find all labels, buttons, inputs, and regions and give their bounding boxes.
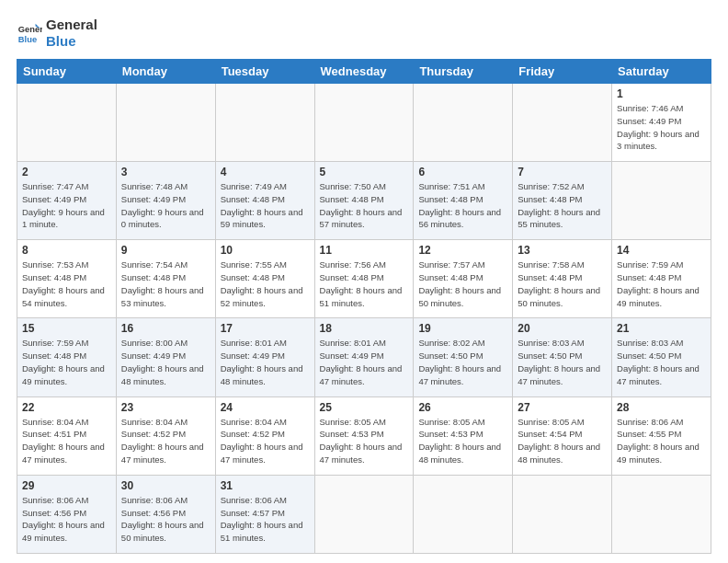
calendar-cell — [513, 84, 612, 162]
calendar-cell: 24 Sunrise: 8:04 AM Sunset: 4:52 PM Dayl… — [215, 396, 314, 475]
sunrise-label: Sunrise: 7:54 AM — [121, 259, 188, 270]
sunset-label: Sunset: 4:49 PM — [121, 350, 186, 361]
day-info: Sunrise: 8:04 AM Sunset: 4:52 PM Dayligh… — [221, 416, 310, 466]
sunset-label: Sunset: 4:52 PM — [221, 429, 285, 439]
day-number: 20 — [518, 322, 607, 335]
day-number: 1 — [617, 87, 706, 100]
header: General Blue General Blue — [17, 17, 711, 50]
day-info: Sunrise: 7:51 AM Sunset: 4:48 PM Dayligh… — [418, 180, 507, 231]
sunrise-label: Sunrise: 8:04 AM — [22, 417, 88, 427]
sunrise-label: Sunrise: 7:49 AM — [221, 181, 287, 191]
day-header-wednesday: Wednesday — [314, 60, 414, 84]
sunrise-label: Sunrise: 8:02 AM — [418, 338, 484, 348]
logo-text: General Blue — [46, 17, 97, 50]
week-row-1: 1 Sunrise: 7:46 AM Sunset: 4:49 PM Dayli… — [17, 84, 711, 162]
daylight-label: Daylight: 8 hours and 48 minutes. — [121, 363, 204, 386]
day-info: Sunrise: 7:54 AM Sunset: 4:48 PM Dayligh… — [121, 259, 210, 309]
logo: General Blue General Blue — [17, 17, 97, 50]
sunset-label: Sunset: 4:48 PM — [22, 350, 86, 361]
day-info: Sunrise: 7:53 AM Sunset: 4:48 PM Dayligh… — [22, 259, 111, 309]
week-row-2: 2 Sunrise: 7:47 AM Sunset: 4:49 PM Dayli… — [17, 162, 711, 240]
sunrise-label: Sunrise: 8:03 AM — [518, 338, 584, 348]
day-info: Sunrise: 8:05 AM Sunset: 4:53 PM Dayligh… — [320, 416, 409, 466]
daylight-label: Daylight: 8 hours and 56 minutes. — [418, 207, 501, 230]
day-info: Sunrise: 8:06 AM Sunset: 4:57 PM Dayligh… — [221, 494, 310, 545]
calendar-cell: 21 Sunrise: 8:03 AM Sunset: 4:50 PM Dayl… — [612, 318, 711, 396]
daylight-label: Daylight: 8 hours and 49 minutes. — [617, 285, 700, 308]
calendar-table: SundayMondayTuesdayWednesdayThursdayFrid… — [17, 59, 711, 554]
sunset-label: Sunset: 4:53 PM — [320, 429, 384, 439]
day-number: 2 — [22, 166, 111, 178]
day-info: Sunrise: 7:52 AM Sunset: 4:48 PM Dayligh… — [518, 180, 607, 231]
daylight-label: Daylight: 8 hours and 47 minutes. — [320, 442, 403, 465]
calendar-cell — [17, 84, 117, 162]
calendar-cell: 30 Sunrise: 8:06 AM Sunset: 4:56 PM Dayl… — [116, 475, 215, 553]
day-header-friday: Friday — [513, 60, 612, 84]
sunset-label: Sunset: 4:48 PM — [320, 272, 384, 282]
day-info: Sunrise: 8:02 AM Sunset: 4:50 PM Dayligh… — [418, 337, 507, 387]
calendar-cell: 11 Sunrise: 7:56 AM Sunset: 4:48 PM Dayl… — [314, 240, 414, 318]
sunset-label: Sunset: 4:54 PM — [518, 429, 582, 439]
day-header-thursday: Thursday — [414, 60, 513, 84]
logo-icon: General Blue — [17, 20, 42, 46]
day-info: Sunrise: 8:03 AM Sunset: 4:50 PM Dayligh… — [617, 337, 706, 387]
day-number: 3 — [121, 166, 210, 178]
sunset-label: Sunset: 4:56 PM — [121, 508, 186, 518]
calendar-cell: 29 Sunrise: 8:06 AM Sunset: 4:56 PM Dayl… — [17, 475, 117, 553]
daylight-label: Daylight: 8 hours and 48 minutes. — [418, 442, 501, 465]
sunrise-label: Sunrise: 7:48 AM — [121, 181, 188, 191]
sunrise-label: Sunrise: 8:01 AM — [320, 338, 386, 348]
calendar-cell — [612, 162, 711, 240]
calendar-body: 1 Sunrise: 7:46 AM Sunset: 4:49 PM Dayli… — [17, 84, 711, 554]
daylight-label: Daylight: 8 hours and 50 minutes. — [121, 520, 204, 543]
day-number: 14 — [617, 244, 706, 257]
week-row-5: 22 Sunrise: 8:04 AM Sunset: 4:51 PM Dayl… — [17, 396, 711, 475]
week-row-4: 15 Sunrise: 7:59 AM Sunset: 4:48 PM Dayl… — [17, 318, 711, 396]
daylight-label: Daylight: 9 hours and 3 minutes. — [617, 129, 700, 152]
days-header-row: SundayMondayTuesdayWednesdayThursdayFrid… — [17, 60, 711, 84]
sunrise-label: Sunrise: 7:56 AM — [320, 259, 386, 270]
day-number: 18 — [320, 322, 409, 335]
sunset-label: Sunset: 4:56 PM — [22, 508, 86, 518]
day-number: 31 — [221, 479, 310, 492]
calendar-cell — [513, 475, 612, 553]
day-number: 10 — [221, 244, 310, 257]
daylight-label: Daylight: 8 hours and 49 minutes. — [617, 442, 700, 465]
day-number: 27 — [518, 401, 607, 414]
day-number: 29 — [22, 479, 111, 492]
calendar-cell — [414, 84, 513, 162]
sunset-label: Sunset: 4:48 PM — [22, 272, 86, 282]
day-number: 12 — [418, 244, 507, 257]
daylight-label: Daylight: 8 hours and 47 minutes. — [221, 442, 303, 465]
day-info: Sunrise: 8:00 AM Sunset: 4:49 PM Dayligh… — [121, 337, 210, 387]
calendar-cell: 28 Sunrise: 8:06 AM Sunset: 4:55 PM Dayl… — [612, 396, 711, 475]
day-number: 24 — [221, 401, 310, 414]
sunrise-label: Sunrise: 7:58 AM — [518, 259, 584, 270]
day-info: Sunrise: 8:05 AM Sunset: 4:53 PM Dayligh… — [418, 416, 507, 466]
daylight-label: Daylight: 8 hours and 51 minutes. — [320, 285, 403, 308]
sunset-label: Sunset: 4:48 PM — [418, 272, 483, 282]
calendar-cell: 27 Sunrise: 8:05 AM Sunset: 4:54 PM Dayl… — [513, 396, 612, 475]
sunrise-label: Sunrise: 7:50 AM — [320, 181, 386, 191]
daylight-label: Daylight: 8 hours and 47 minutes. — [418, 363, 501, 386]
day-header-sunday: Sunday — [17, 60, 117, 84]
calendar-cell: 18 Sunrise: 8:01 AM Sunset: 4:49 PM Dayl… — [314, 318, 414, 396]
day-number: 16 — [121, 322, 210, 335]
day-info: Sunrise: 8:03 AM Sunset: 4:50 PM Dayligh… — [518, 337, 607, 387]
calendar-cell: 31 Sunrise: 8:06 AM Sunset: 4:57 PM Dayl… — [215, 475, 314, 553]
sunrise-label: Sunrise: 8:05 AM — [518, 417, 584, 427]
sunset-label: Sunset: 4:49 PM — [221, 350, 285, 361]
day-info: Sunrise: 7:55 AM Sunset: 4:48 PM Dayligh… — [221, 259, 310, 309]
sunset-label: Sunset: 4:48 PM — [221, 272, 285, 282]
sunset-label: Sunset: 4:51 PM — [22, 429, 86, 439]
day-info: Sunrise: 8:04 AM Sunset: 4:51 PM Dayligh… — [22, 416, 111, 466]
daylight-label: Daylight: 8 hours and 48 minutes. — [221, 363, 303, 386]
daylight-label: Daylight: 8 hours and 57 minutes. — [320, 207, 403, 230]
daylight-label: Daylight: 9 hours and 1 minute. — [22, 207, 105, 230]
sunrise-label: Sunrise: 7:46 AM — [617, 103, 683, 113]
day-number: 11 — [320, 244, 409, 257]
sunrise-label: Sunrise: 8:06 AM — [221, 495, 287, 505]
calendar-cell: 9 Sunrise: 7:54 AM Sunset: 4:48 PM Dayli… — [116, 240, 215, 318]
sunset-label: Sunset: 4:49 PM — [22, 194, 86, 204]
sunset-label: Sunset: 4:48 PM — [221, 194, 285, 204]
